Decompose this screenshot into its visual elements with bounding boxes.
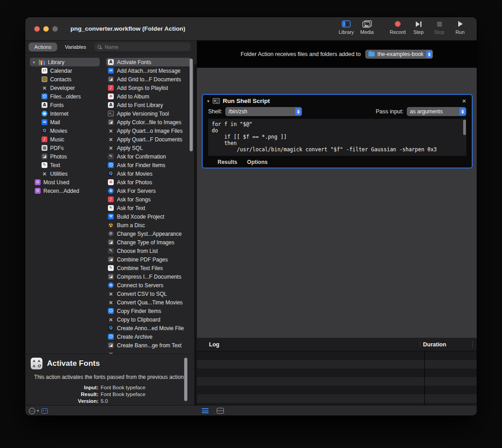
ellipsis-circle-icon: ⋯ xyxy=(29,408,35,414)
action-list-item-label: Add Grid to...F Documents xyxy=(117,76,181,83)
tab-options[interactable]: Options xyxy=(247,159,267,165)
action-list-item[interactable]: ✎Combine Text Files xyxy=(106,264,191,272)
pane-divider[interactable] xyxy=(194,64,197,415)
action-list-item[interactable]: ✽Ask for Photos xyxy=(106,178,191,187)
action-list-item[interactable]: ✽Add to Album xyxy=(106,92,191,101)
tab-results[interactable]: Results xyxy=(218,159,237,165)
action-list-item[interactable]: ◪Apply Color...file to Images xyxy=(106,118,191,126)
action-list-item[interactable]: ☺Create Archive xyxy=(106,332,191,341)
collapse-chevron-icon[interactable]: ▾ xyxy=(207,99,209,103)
folder-dropdown[interactable]: the-examples-book xyxy=(365,50,433,59)
zoom-window-button[interactable] xyxy=(52,26,58,32)
action-list-item[interactable]: ×Convert Qua...Time Movies xyxy=(106,298,191,307)
action-list-item[interactable]: ✉Add Attach...ront Message xyxy=(106,66,191,75)
action-list-item[interactable]: ◪Compress I...F Documents xyxy=(106,272,191,281)
pass-input-label: Pass input: xyxy=(376,108,404,115)
action-list-item[interactable]: ×Apply SQL xyxy=(106,144,191,152)
sidebar-item[interactable]: QMovies xyxy=(40,126,104,135)
close-window-button[interactable] xyxy=(34,26,40,32)
action-list-item[interactable]: ×Apply Quart...F Documents xyxy=(106,135,191,144)
code-scrollbar[interactable] xyxy=(463,120,466,135)
sidebar-item[interactable]: ◪Photos xyxy=(40,152,104,161)
log-view-toggle-list[interactable] xyxy=(202,406,209,415)
action-list-item[interactable]: ✎Choose from List xyxy=(106,247,191,255)
search-icon xyxy=(98,45,101,49)
action-list-item-label: Apple Versioning Tool xyxy=(117,111,169,117)
automator-robot-button[interactable] xyxy=(42,406,48,415)
duration-column-header[interactable]: Duration xyxy=(420,341,472,348)
action-list-item[interactable]: ◪Change Type of Images xyxy=(106,238,191,247)
action-list-item[interactable]: × xyxy=(106,350,191,354)
shell-block-tabs: Results Options xyxy=(203,156,472,165)
action-list-item[interactable]: ✎Ask for Text xyxy=(106,204,191,212)
sidebar-item[interactable]: ▦PDFs xyxy=(40,144,104,152)
action-list-item-label: Build Xcode Project xyxy=(117,214,164,220)
shell-dropdown[interactable]: /bin/zsh xyxy=(225,107,302,116)
run-toolbar-button[interactable]: Run xyxy=(450,20,470,35)
action-list-item[interactable]: ◪Create Bann...ge from Text xyxy=(106,341,191,350)
action-list-item[interactable]: ⚒Build Xcode Project xyxy=(106,212,191,221)
sidebar-item[interactable]: ⚙Most Used xyxy=(33,178,104,187)
sidebar-item[interactable]: ◉Internet xyxy=(40,109,104,118)
action-list-item[interactable]: ⊕Ask For Servers xyxy=(106,187,191,195)
step-toolbar-button[interactable]: Step xyxy=(408,20,429,35)
log-view-toggle-stack[interactable] xyxy=(217,406,224,415)
sidebar-item[interactable]: ♪Music xyxy=(40,135,104,144)
action-list-item[interactable]: AActivate Fonts xyxy=(106,58,191,66)
sidebar-item[interactable]: ☺Files...olders xyxy=(40,92,104,101)
sidebar-item[interactable]: ⚙Recen...Added xyxy=(33,187,104,195)
sidebar-item[interactable]: ×Developer xyxy=(40,84,104,92)
sidebar-item-label: Movies xyxy=(50,128,67,134)
xtools-icon: × xyxy=(108,136,114,142)
actions-list-scrollbar[interactable] xyxy=(190,59,193,151)
action-list-item[interactable]: ♪Add Songs to Playlist xyxy=(106,84,191,92)
action-list-item[interactable]: AAdd to Font Library xyxy=(106,101,191,109)
quicktime-icon: Q xyxy=(108,325,114,331)
sidebar-item[interactable]: ☺Contacts xyxy=(40,75,104,84)
media-toolbar-button[interactable]: Media xyxy=(357,20,377,35)
action-list-item[interactable]: ◪Add Grid to...F Documents xyxy=(106,75,191,84)
shell-block-header: ▾ >_ Run Shell Script ✕ xyxy=(203,95,472,106)
action-list-item[interactable]: ◪Combine PDF Pages xyxy=(106,255,191,264)
tab-variables[interactable]: Variables xyxy=(60,43,92,51)
tab-actions[interactable]: Actions xyxy=(29,43,57,51)
pass-input-dropdown[interactable]: as arguments xyxy=(407,107,466,116)
description-scrollbar[interactable] xyxy=(184,358,187,401)
action-list-item[interactable]: QAsk for Movies xyxy=(106,169,191,178)
action-list-item[interactable]: >_Apple Versioning Tool xyxy=(106,109,191,118)
dropdown-stepper-icon xyxy=(295,108,301,115)
sidebar-item[interactable]: AFonts xyxy=(40,101,104,109)
log-column-header[interactable]: Log xyxy=(197,341,420,348)
sidebar-item[interactable]: 17Calendar xyxy=(40,66,104,75)
action-list-item[interactable]: ×Convert CSV to SQL xyxy=(106,289,191,298)
action-list-item-label: Add Songs to Playlist xyxy=(117,85,168,91)
minimize-window-button[interactable] xyxy=(43,26,49,32)
sidebar-item[interactable]: ✉Mail xyxy=(40,118,104,126)
record-toolbar-button[interactable]: Record xyxy=(387,20,408,35)
chevron-down-icon[interactable]: ▾ xyxy=(32,60,36,65)
sidebar-item[interactable]: ×Utilities xyxy=(40,169,104,178)
action-list-item[interactable]: ☢Burn a Disc xyxy=(106,221,191,229)
shell-script-editor[interactable]: for f in "$@" do if [[ $f == *.png ]] th… xyxy=(208,119,466,156)
smartfolder-icon: ⚙ xyxy=(35,188,41,194)
action-list-item[interactable]: QCreate Anno...ed Movie File xyxy=(106,324,191,332)
action-list-item[interactable]: ☺Ask for Finder Items xyxy=(106,161,191,169)
sidebar-item[interactable]: ✎Text xyxy=(40,161,104,169)
action-list-item[interactable]: ⊕Connect to Servers xyxy=(106,281,191,289)
action-list-item[interactable]: ☺Copy Finder Items xyxy=(106,307,191,315)
action-list-item[interactable]: ♪Ask for Songs xyxy=(106,195,191,204)
sidebar-item-library[interactable]: ▾ Library xyxy=(30,58,100,66)
run-shell-script-block[interactable]: ▾ >_ Run Shell Script ✕ Shell: /bin/zsh … xyxy=(202,94,473,168)
bottom-bar: ⋯ ▾ xyxy=(25,405,477,415)
library-toolbar-button[interactable]: Library xyxy=(336,20,357,35)
action-list-item[interactable]: ✎Ask for Confirmation xyxy=(106,152,191,161)
action-list-item[interactable]: ⚙Change Syst...Appearance xyxy=(106,229,191,238)
close-icon[interactable]: ✕ xyxy=(461,98,467,104)
action-list-item[interactable]: ×Apply Quart...o Image Files xyxy=(106,126,191,135)
search-field[interactable] xyxy=(94,42,191,51)
search-input[interactable] xyxy=(104,44,187,50)
action-options-button[interactable]: ⋯ ▾ xyxy=(29,406,39,415)
action-list-item[interactable]: ×Copy to Clipboard xyxy=(106,315,191,324)
run-icon xyxy=(457,20,463,28)
action-list-item-label: Convert CSV to SQL xyxy=(117,291,167,297)
